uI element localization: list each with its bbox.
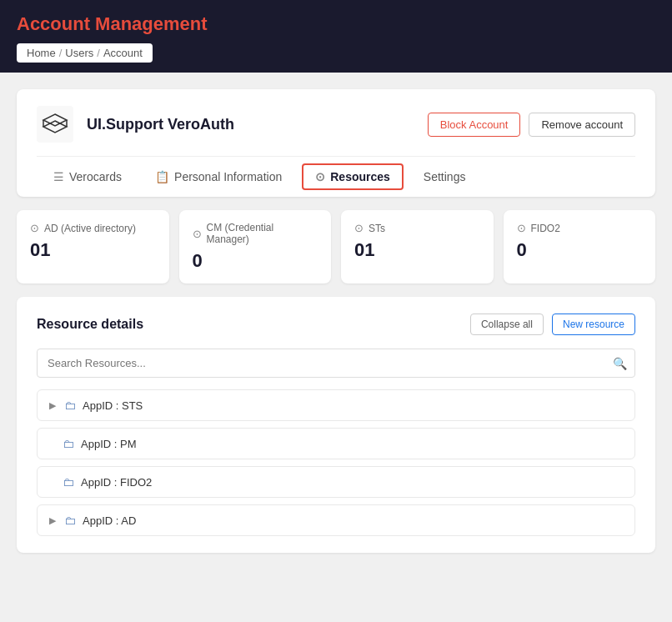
resource-item-label: AppID : STS bbox=[83, 399, 143, 412]
fido2-icon: ⊙ bbox=[517, 222, 526, 234]
resource-details-header: Resource details Collapse all New resour… bbox=[37, 314, 635, 335]
counter-fido2-value: 0 bbox=[517, 239, 643, 261]
block-account-button[interactable]: Block Account bbox=[428, 113, 521, 137]
account-card: UI.Support VeroAuth Block Account Remove… bbox=[17, 89, 655, 197]
account-logo-icon bbox=[37, 106, 73, 143]
verocards-icon: ☰ bbox=[53, 170, 64, 183]
counter-sts-value: 01 bbox=[354, 239, 480, 261]
cm-icon: ⊙ bbox=[193, 228, 202, 240]
tab-verocards-label: Verocards bbox=[69, 170, 122, 183]
tab-resources[interactable]: ⊙ Resources bbox=[302, 163, 404, 190]
title-prefix: Account bbox=[17, 13, 90, 34]
personal-info-icon: 📋 bbox=[155, 170, 169, 183]
tab-settings-label: Settings bbox=[424, 170, 466, 183]
counter-cm-label: ⊙ CM (Credential Manager) bbox=[193, 222, 318, 245]
folder-icon: 🗀 bbox=[63, 437, 74, 450]
account-actions: Block Account Remove account bbox=[428, 113, 635, 137]
tab-personal-info-label: Personal Information bbox=[174, 170, 282, 183]
account-header: UI.Support VeroAuth Block Account Remove… bbox=[37, 106, 635, 156]
list-item[interactable]: ▶ 🗀 AppID : AD bbox=[37, 504, 635, 536]
search-input[interactable] bbox=[37, 349, 635, 378]
top-bar: Account Management Home / Users / Accoun… bbox=[0, 0, 672, 73]
remove-account-button[interactable]: Remove account bbox=[529, 113, 635, 137]
resource-details-panel: Resource details Collapse all New resour… bbox=[17, 297, 655, 553]
resource-counters: ⊙ AD (Active directory) 01 ⊙ CM (Credent… bbox=[17, 210, 655, 283]
folder-icon: 🗀 bbox=[63, 475, 74, 489]
breadcrumb-sep-1: / bbox=[59, 47, 63, 59]
resource-item-label: AppID : FIDO2 bbox=[81, 476, 152, 489]
counter-card-fido2[interactable]: ⊙ FIDO2 0 bbox=[504, 210, 656, 283]
resources-icon: ⊙ bbox=[315, 170, 325, 183]
list-item[interactable]: ▶ 🗀 AppID : STS bbox=[37, 389, 635, 421]
list-item[interactable]: 🗀 AppID : PM bbox=[37, 428, 635, 459]
sts-icon: ⊙ bbox=[354, 222, 364, 234]
collapse-all-button[interactable]: Collapse all bbox=[470, 314, 544, 335]
breadcrumb-account[interactable]: Account bbox=[103, 47, 143, 59]
resource-item-label: AppID : AD bbox=[83, 514, 136, 527]
breadcrumb-home[interactable]: Home bbox=[27, 47, 56, 59]
list-item[interactable]: 🗀 AppID : FIDO2 bbox=[37, 466, 635, 498]
resource-list: ▶ 🗀 AppID : STS 🗀 AppID : PM 🗀 AppID : F… bbox=[37, 389, 635, 536]
counter-sts-label: ⊙ STs bbox=[354, 222, 480, 234]
title-suffix: Management bbox=[90, 13, 208, 34]
svg-rect-0 bbox=[37, 106, 73, 143]
counter-ad-label: ⊙ AD (Active directory) bbox=[30, 222, 156, 234]
counter-ad-value: 01 bbox=[30, 239, 156, 261]
tab-settings[interactable]: Settings bbox=[407, 157, 483, 198]
chevron-right-icon: ▶ bbox=[49, 515, 56, 526]
account-identity: UI.Support VeroAuth bbox=[37, 106, 234, 143]
chevron-right-icon: ▶ bbox=[49, 400, 56, 411]
resource-item-label: AppID : PM bbox=[81, 438, 136, 450]
breadcrumb-sep-2: / bbox=[97, 47, 100, 59]
tab-verocards[interactable]: ☰ Verocards bbox=[37, 157, 138, 198]
tab-resources-label: Resources bbox=[330, 170, 390, 183]
account-tabs: ☰ Verocards 📋 Personal Information ⊙ Res… bbox=[37, 156, 635, 197]
counter-card-cm[interactable]: ⊙ CM (Credential Manager) 0 bbox=[179, 210, 332, 283]
search-container: 🔍 bbox=[37, 349, 635, 378]
account-name: UI.Support VeroAuth bbox=[87, 116, 234, 133]
counter-fido2-label: ⊙ FIDO2 bbox=[517, 222, 643, 234]
breadcrumb: Home / Users / Account bbox=[17, 43, 153, 63]
tab-personal-info[interactable]: 📋 Personal Information bbox=[138, 157, 298, 198]
counter-cm-value: 0 bbox=[193, 250, 318, 272]
counter-card-ad[interactable]: ⊙ AD (Active directory) 01 bbox=[17, 210, 169, 283]
resource-details-title: Resource details bbox=[37, 317, 143, 332]
page-title: Account Management bbox=[17, 13, 655, 35]
new-resource-button[interactable]: New resource bbox=[552, 314, 635, 335]
main-content: UI.Support VeroAuth Block Account Remove… bbox=[0, 73, 672, 569]
ad-icon: ⊙ bbox=[30, 222, 39, 234]
resource-details-actions: Collapse all New resource bbox=[470, 314, 635, 335]
folder-icon: 🗀 bbox=[64, 399, 76, 412]
folder-icon: 🗀 bbox=[64, 514, 76, 527]
breadcrumb-users[interactable]: Users bbox=[65, 47, 93, 59]
counter-card-sts[interactable]: ⊙ STs 01 bbox=[341, 210, 494, 283]
